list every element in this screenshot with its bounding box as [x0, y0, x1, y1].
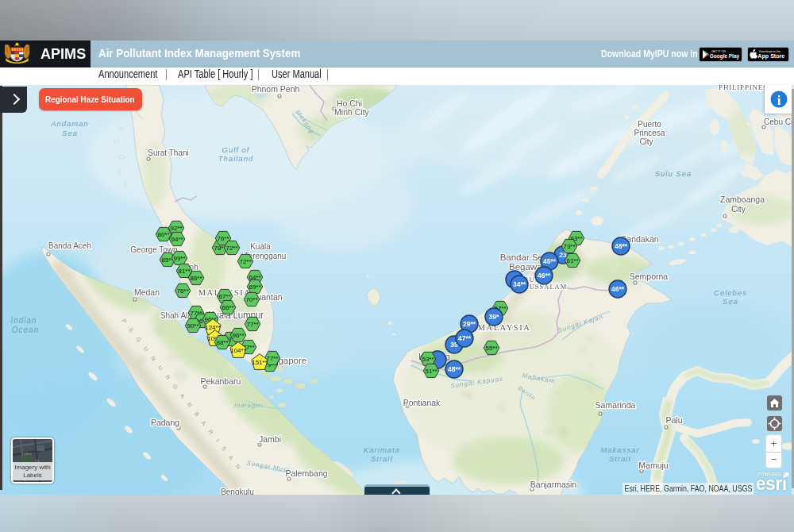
svg-text:Surat Thani: Surat Thani	[148, 148, 189, 157]
svg-text:151**: 151**	[252, 359, 268, 366]
svg-text:72**: 72**	[239, 258, 251, 265]
svg-text:77**: 77**	[246, 321, 258, 328]
svg-text:96**: 96**	[232, 332, 244, 339]
svg-text:Indian: Indian	[10, 316, 37, 325]
svg-text:Makassar: Makassar	[600, 445, 639, 454]
svg-text:App Store: App Store	[757, 52, 784, 60]
svg-text:86**: 86**	[190, 275, 202, 282]
svg-text:70**: 70**	[245, 296, 257, 303]
svg-text:Ocean: Ocean	[12, 326, 39, 334]
svg-text:Kuala: Kuala	[250, 242, 271, 251]
svg-text:Zamboanga: Zamboanga	[720, 195, 765, 204]
svg-text:39*: 39*	[489, 313, 499, 321]
svg-text:53**: 53**	[422, 356, 434, 363]
svg-text:Princesa: Princesa	[634, 129, 665, 137]
svg-text:99**: 99**	[173, 255, 185, 262]
svg-text:29**: 29**	[463, 320, 476, 328]
svg-text:45**: 45**	[543, 257, 557, 265]
svg-text:Sea: Sea	[723, 297, 738, 306]
svg-text:Sulu Sea: Sulu Sea	[655, 169, 692, 178]
svg-text:Minh City: Minh City	[334, 107, 370, 117]
svg-text:34**: 34**	[513, 280, 526, 288]
svg-text:esri: esri	[756, 474, 787, 493]
svg-text:Celebes: Celebes	[714, 288, 747, 297]
svg-text:48**: 48**	[615, 242, 628, 250]
svg-text:Phnom Penh: Phnom Penh	[252, 85, 300, 94]
svg-text:61**: 61**	[566, 257, 578, 264]
svg-text:City: City	[639, 137, 653, 146]
svg-text:Andaman: Andaman	[50, 119, 89, 128]
svg-text:72**: 72**	[225, 245, 237, 252]
svg-text:Medan: Medan	[134, 287, 160, 297]
svg-text:Pekanbaru: Pekanbaru	[201, 376, 241, 386]
svg-text:94**: 94**	[171, 236, 183, 243]
svg-text:76**: 76**	[176, 287, 188, 295]
svg-text:46**: 46**	[538, 272, 551, 279]
svg-text:69**: 69**	[249, 283, 260, 291]
svg-text:Strait: Strait	[371, 454, 393, 463]
svg-text:MALAYSIA: MALAYSIA	[478, 323, 530, 332]
svg-text:Pontianak: Pontianak	[403, 398, 441, 407]
svg-text:77**: 77**	[266, 355, 278, 362]
svg-text:92**: 92**	[170, 225, 182, 232]
svg-text:Karimata: Karimata	[364, 445, 400, 454]
svg-text:48**: 48**	[448, 365, 461, 373]
svg-text:Google Play: Google Play	[710, 53, 739, 60]
svg-text:City: City	[731, 204, 746, 214]
svg-text:73**: 73**	[563, 243, 575, 250]
svg-text:90**: 90**	[187, 322, 198, 330]
svg-text:104**: 104**	[230, 347, 246, 354]
svg-text:81**: 81**	[178, 268, 190, 275]
svg-text:MAHK: MAHK	[24, 453, 33, 456]
svg-text:Padang: Padang	[151, 418, 179, 427]
svg-text:Indragiri: Indragiri	[234, 402, 263, 409]
svg-text:PHILIPPINES: PHILIPPINES	[719, 85, 768, 91]
svg-text:Mamuju: Mamuju	[638, 461, 669, 470]
svg-text:88**: 88**	[216, 339, 228, 346]
svg-text:76**: 76**	[217, 235, 229, 242]
svg-text:Banda Aceh: Banda Aceh	[48, 241, 91, 250]
svg-text:67**: 67**	[218, 293, 230, 300]
svg-text:Jambi: Jambi	[259, 434, 281, 444]
svg-text:66**: 66**	[222, 304, 233, 311]
svg-text:Palembang: Palembang	[285, 468, 327, 478]
svg-text:124**: 124**	[205, 324, 221, 331]
svg-text:Samarinda: Samarinda	[596, 400, 636, 410]
svg-text:Gulf of: Gulf of	[222, 145, 250, 154]
svg-text:i: i	[777, 93, 781, 108]
svg-text:51**: 51**	[425, 368, 437, 375]
svg-text:Banjarmasin: Banjarmasin	[530, 480, 577, 489]
svg-text:46**: 46**	[611, 285, 625, 293]
svg-text:Cebu City: Cebu City	[764, 118, 794, 126]
svg-text:Strait: Strait	[609, 454, 631, 463]
svg-text:Semporna: Semporna	[630, 272, 669, 281]
svg-text:Bengkulu: Bengkulu	[221, 488, 254, 495]
svg-text:Sea: Sea	[62, 129, 78, 137]
svg-text:Puerto: Puerto	[638, 120, 661, 129]
svg-text:80**: 80**	[157, 231, 169, 238]
svg-text:55**: 55**	[485, 345, 497, 352]
svg-text:Thailand: Thailand	[218, 154, 253, 163]
svg-text:47**: 47**	[458, 334, 472, 342]
svg-text:Palu: Palu	[665, 415, 682, 425]
